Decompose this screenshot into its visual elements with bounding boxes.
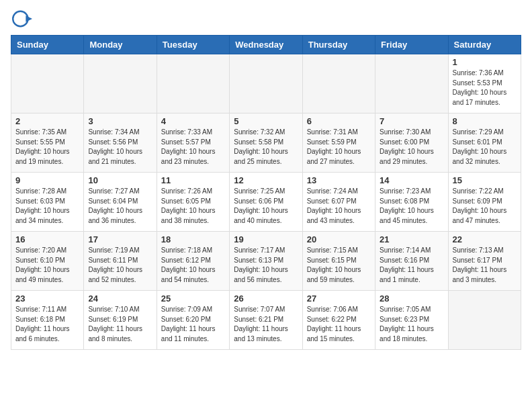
day-number: 21 <box>380 234 443 244</box>
calendar-cell: 21Sunrise: 7:14 AM Sunset: 6:16 PM Dayli… <box>375 232 448 291</box>
calendar-cell: 16Sunrise: 7:20 AM Sunset: 6:10 PM Dayli… <box>11 232 84 291</box>
day-number: 28 <box>380 293 443 304</box>
header-day-thursday: Thursday <box>302 36 375 54</box>
calendar-cell <box>230 54 302 113</box>
header-day-sunday: Sunday <box>11 36 84 54</box>
day-info: Sunrise: 7:15 AM Sunset: 6:15 PM Dayligh… <box>307 246 371 285</box>
calendar-cell: 6Sunrise: 7:31 AM Sunset: 5:59 PM Daylig… <box>302 113 375 173</box>
calendar-cell: 26Sunrise: 7:07 AM Sunset: 6:21 PM Dayli… <box>230 291 302 350</box>
day-info: Sunrise: 7:07 AM Sunset: 6:21 PM Dayligh… <box>234 305 298 344</box>
calendar-cell: 28Sunrise: 7:05 AM Sunset: 6:23 PM Dayli… <box>375 291 448 350</box>
calendar-cell: 11Sunrise: 7:26 AM Sunset: 6:05 PM Dayli… <box>157 173 229 232</box>
day-info: Sunrise: 7:32 AM Sunset: 5:58 PM Dayligh… <box>234 128 298 167</box>
day-number: 4 <box>161 116 225 126</box>
calendar-cell: 23Sunrise: 7:11 AM Sunset: 6:18 PM Dayli… <box>11 291 84 350</box>
day-number: 1 <box>453 57 517 67</box>
day-info: Sunrise: 7:27 AM Sunset: 6:04 PM Dayligh… <box>88 187 152 226</box>
day-number: 5 <box>234 116 298 126</box>
day-info: Sunrise: 7:20 AM Sunset: 6:10 PM Dayligh… <box>15 246 79 285</box>
day-number: 25 <box>161 293 225 304</box>
day-info: Sunrise: 7:05 AM Sunset: 6:23 PM Dayligh… <box>380 305 443 344</box>
day-number: 19 <box>234 234 298 244</box>
day-info: Sunrise: 7:31 AM Sunset: 5:59 PM Dayligh… <box>307 128 371 167</box>
page-header <box>11 11 521 30</box>
day-number: 15 <box>453 175 517 185</box>
day-info: Sunrise: 7:36 AM Sunset: 5:53 PM Dayligh… <box>453 68 517 107</box>
day-number: 10 <box>88 175 152 185</box>
calendar-cell: 8Sunrise: 7:29 AM Sunset: 6:01 PM Daylig… <box>448 113 521 173</box>
calendar-cell <box>11 54 84 113</box>
day-info: Sunrise: 7:06 AM Sunset: 6:22 PM Dayligh… <box>307 305 371 344</box>
calendar-cell: 25Sunrise: 7:09 AM Sunset: 6:20 PM Dayli… <box>157 291 229 350</box>
day-info: Sunrise: 7:29 AM Sunset: 6:01 PM Dayligh… <box>453 128 517 167</box>
calendar-cell: 13Sunrise: 7:24 AM Sunset: 6:07 PM Dayli… <box>302 173 375 232</box>
calendar-cell <box>84 54 157 113</box>
day-number: 26 <box>234 293 298 304</box>
calendar-cell <box>448 291 521 350</box>
calendar-body: 1Sunrise: 7:36 AM Sunset: 5:53 PM Daylig… <box>11 54 521 350</box>
day-info: Sunrise: 7:28 AM Sunset: 6:03 PM Dayligh… <box>15 187 79 226</box>
calendar-cell: 14Sunrise: 7:23 AM Sunset: 6:08 PM Dayli… <box>375 173 448 232</box>
day-number: 7 <box>380 116 443 126</box>
header-day-tuesday: Tuesday <box>157 36 229 54</box>
calendar-cell: 7Sunrise: 7:30 AM Sunset: 6:00 PM Daylig… <box>375 113 448 173</box>
day-number: 13 <box>307 175 371 185</box>
header-day-saturday: Saturday <box>448 36 521 54</box>
day-number: 20 <box>307 234 371 244</box>
day-info: Sunrise: 7:33 AM Sunset: 5:57 PM Dayligh… <box>161 128 225 167</box>
header-day-friday: Friday <box>375 36 448 54</box>
day-number: 12 <box>234 175 298 185</box>
day-info: Sunrise: 7:23 AM Sunset: 6:08 PM Dayligh… <box>380 187 443 226</box>
day-info: Sunrise: 7:34 AM Sunset: 5:56 PM Dayligh… <box>88 128 152 167</box>
calendar-cell: 17Sunrise: 7:19 AM Sunset: 6:11 PM Dayli… <box>84 232 157 291</box>
day-info: Sunrise: 7:26 AM Sunset: 6:05 PM Dayligh… <box>161 187 225 226</box>
day-number: 6 <box>307 116 371 126</box>
day-info: Sunrise: 7:22 AM Sunset: 6:09 PM Dayligh… <box>453 187 517 226</box>
day-info: Sunrise: 7:10 AM Sunset: 6:19 PM Dayligh… <box>88 305 152 344</box>
header-row: SundayMondayTuesdayWednesdayThursdayFrid… <box>11 36 521 54</box>
day-number: 14 <box>380 175 443 185</box>
svg-point-0 <box>13 11 28 26</box>
calendar-cell <box>375 54 448 113</box>
week-row-1: 2Sunrise: 7:35 AM Sunset: 5:55 PM Daylig… <box>11 113 521 173</box>
calendar-cell: 2Sunrise: 7:35 AM Sunset: 5:55 PM Daylig… <box>11 113 84 173</box>
day-number: 24 <box>88 293 152 304</box>
day-number: 2 <box>15 116 79 126</box>
week-row-3: 16Sunrise: 7:20 AM Sunset: 6:10 PM Dayli… <box>11 232 521 291</box>
calendar-cell: 3Sunrise: 7:34 AM Sunset: 5:56 PM Daylig… <box>84 113 157 173</box>
svg-marker-1 <box>26 15 32 22</box>
day-number: 9 <box>15 175 79 185</box>
week-row-4: 23Sunrise: 7:11 AM Sunset: 6:18 PM Dayli… <box>11 291 521 350</box>
day-info: Sunrise: 7:24 AM Sunset: 6:07 PM Dayligh… <box>307 187 371 226</box>
day-info: Sunrise: 7:18 AM Sunset: 6:12 PM Dayligh… <box>161 246 225 285</box>
logo <box>11 11 35 30</box>
calendar-cell: 4Sunrise: 7:33 AM Sunset: 5:57 PM Daylig… <box>157 113 229 173</box>
week-row-0: 1Sunrise: 7:36 AM Sunset: 5:53 PM Daylig… <box>11 54 521 113</box>
calendar-cell: 15Sunrise: 7:22 AM Sunset: 6:09 PM Dayli… <box>448 173 521 232</box>
header-day-monday: Monday <box>84 36 157 54</box>
day-info: Sunrise: 7:14 AM Sunset: 6:16 PM Dayligh… <box>380 246 443 285</box>
day-number: 17 <box>88 234 152 244</box>
day-number: 27 <box>307 293 371 304</box>
day-number: 23 <box>15 293 79 304</box>
calendar-cell <box>157 54 229 113</box>
calendar-cell: 20Sunrise: 7:15 AM Sunset: 6:15 PM Dayli… <box>302 232 375 291</box>
day-number: 18 <box>161 234 225 244</box>
calendar-cell: 19Sunrise: 7:17 AM Sunset: 6:13 PM Dayli… <box>230 232 302 291</box>
day-number: 8 <box>453 116 517 126</box>
calendar-cell: 27Sunrise: 7:06 AM Sunset: 6:22 PM Dayli… <box>302 291 375 350</box>
calendar-cell: 9Sunrise: 7:28 AM Sunset: 6:03 PM Daylig… <box>11 173 84 232</box>
day-number: 11 <box>161 175 225 185</box>
logo-icon <box>11 8 32 30</box>
day-info: Sunrise: 7:19 AM Sunset: 6:11 PM Dayligh… <box>88 246 152 285</box>
calendar-cell: 10Sunrise: 7:27 AM Sunset: 6:04 PM Dayli… <box>84 173 157 232</box>
day-info: Sunrise: 7:11 AM Sunset: 6:18 PM Dayligh… <box>15 305 79 344</box>
calendar-cell: 22Sunrise: 7:13 AM Sunset: 6:17 PM Dayli… <box>448 232 521 291</box>
day-info: Sunrise: 7:35 AM Sunset: 5:55 PM Dayligh… <box>15 128 79 167</box>
calendar-cell: 12Sunrise: 7:25 AM Sunset: 6:06 PM Dayli… <box>230 173 302 232</box>
calendar-cell <box>302 54 375 113</box>
calendar-table: SundayMondayTuesdayWednesdayThursdayFrid… <box>11 35 521 350</box>
calendar-cell: 18Sunrise: 7:18 AM Sunset: 6:12 PM Dayli… <box>157 232 229 291</box>
day-number: 16 <box>15 234 79 244</box>
calendar-header: SundayMondayTuesdayWednesdayThursdayFrid… <box>11 36 521 54</box>
